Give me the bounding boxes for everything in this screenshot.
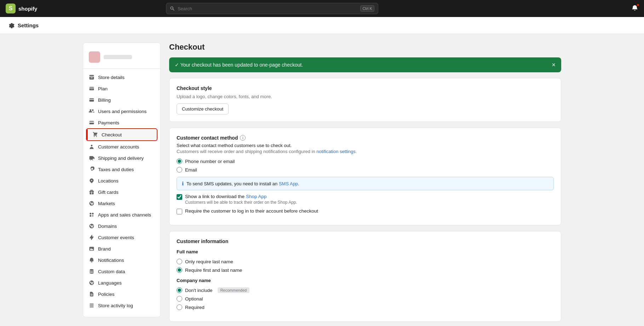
contact-sub-text: Customers will receive order and shippin… [177,149,316,154]
settings-bar: Settings [0,17,644,34]
info-circle-icon: ℹ [182,181,184,186]
sidebar-label-taxes: Taxes and duties [98,167,134,172]
sidebar-item-locations[interactable]: Locations [83,175,160,186]
sidebar-label-customer-accounts: Customer accounts [98,144,139,150]
sms-info-box: ℹ To send SMS updates, you need to insta… [177,177,554,190]
radio-dont-include-label: Don't include [185,288,213,293]
apps-icon [89,212,94,218]
sidebar-item-brand[interactable]: Brand [83,243,160,254]
contact-description: Select what contact method customers use… [177,143,554,148]
sidebar-item-payments[interactable]: Payments [83,117,160,128]
checkout-icon [92,132,98,137]
shopify-wordmark: shopify [18,6,37,12]
billing-icon [89,97,94,103]
customer-accounts-icon [89,144,94,150]
search-bar[interactable]: Ctrl K [166,3,378,14]
radio-first-last[interactable]: Require first and last name [177,267,554,273]
payments-icon [89,120,94,125]
radio-dont-include-input[interactable] [177,287,182,293]
sidebar-item-customer-events[interactable]: Customer events [83,232,160,243]
radio-email[interactable]: Email [177,167,554,173]
radio-last-only-input[interactable] [177,259,182,264]
sidebar-label-store-details: Store details [98,75,125,80]
show-shop-app-checkbox-item: Show a link to download the Shop App Cus… [177,194,554,205]
checkout-style-title: Checkout style [177,85,554,91]
checkout-style-description: Upload a logo, change colors, fonts, and… [177,94,554,99]
radio-required[interactable]: Required [177,304,554,310]
sidebar-item-checkout[interactable]: Checkout [86,128,157,141]
sidebar-item-store-details[interactable]: Store details [83,72,160,83]
sidebar-label-custom-data: Custom data [98,269,125,274]
notifications-icon [89,257,94,263]
sidebar-item-domains[interactable]: Domains [83,220,160,232]
sidebar-item-notifications[interactable]: Notifications [83,254,160,266]
sidebar-item-policies[interactable]: Policies [83,288,160,300]
sidebar-item-taxes[interactable]: Taxes and duties [83,164,160,175]
radio-first-last-label: Require first and last name [185,268,242,273]
require-login-label: Require the customer to log in to their … [185,208,318,214]
radio-dont-include[interactable]: Don't include Recommended [177,287,554,293]
shopify-logo: S shopify [6,4,37,13]
notification-settings-link[interactable]: notification settings [316,149,356,154]
checkout-style-card: Checkout style Upload a logo, change col… [169,78,561,122]
sidebar-label-policies: Policies [98,292,115,297]
search-icon [170,6,175,11]
sidebar-item-apps[interactable]: Apps and sales channels [83,209,160,220]
top-navigation: S shopify Ctrl K [0,0,644,17]
sidebar-item-customer-accounts[interactable]: Customer accounts [83,141,160,152]
contact-method-radio-group: Phone number or email Email [177,158,554,173]
domains-icon [89,223,94,229]
success-banner: ✓ Your checkout has been updated to one-… [169,57,561,72]
show-shop-app-sub: Customers will be able to track their or… [185,200,297,205]
sidebar-item-gift-cards[interactable]: Gift cards [83,186,160,198]
radio-email-input[interactable] [177,167,182,173]
radio-first-last-input[interactable] [177,267,182,273]
radio-phone-email-label: Phone number or email [185,159,235,164]
sidebar-item-languages[interactable]: Languages [83,277,160,288]
sidebar-label-users: Users and permissions [98,109,146,114]
require-login-checkbox[interactable] [177,209,182,214]
customer-contact-card: Customer contact method i Select what co… [169,128,561,225]
sidebar-item-billing[interactable]: Billing [83,94,160,106]
customer-info-card: Customer information Full name Only requ… [169,231,561,322]
radio-required-input[interactable] [177,304,182,310]
sidebar-label-apps: Apps and sales channels [98,212,151,218]
radio-optional[interactable]: Optional [177,296,554,302]
sidebar-label-payments: Payments [98,120,119,125]
sms-app-link[interactable]: SMS App [279,181,298,186]
sidebar-label-shipping: Shipping and delivery [98,156,144,161]
markets-icon [89,201,94,206]
shop-app-link[interactable]: Shop App [246,194,267,199]
avatar-name-placeholder [104,55,132,59]
contact-sub-description: Customers will receive order and shippin… [177,149,554,154]
sidebar-item-plan[interactable]: Plan [83,83,160,94]
plan-icon [89,86,94,91]
sidebar-label-billing: Billing [98,97,111,103]
radio-phone-email[interactable]: Phone number or email [177,158,554,164]
show-shop-app-checkbox[interactable] [177,194,182,200]
topnav-right [631,5,638,13]
recommended-badge: Recommended [218,287,250,293]
sidebar-item-markets[interactable]: Markets [83,198,160,209]
radio-optional-input[interactable] [177,296,182,302]
brand-icon [89,246,94,252]
radio-last-only[interactable]: Only require last name [177,259,554,264]
sidebar-item-shipping[interactable]: Shipping and delivery [83,152,160,164]
gift-cards-icon [89,189,94,195]
sidebar-item-custom-data[interactable]: Custom data [83,266,160,277]
store-icon [89,74,94,80]
taxes-icon [89,167,94,172]
show-shop-app-label-container: Show a link to download the Shop App Cus… [185,194,297,205]
sms-info-text: To send SMS updates, you need to install… [186,181,299,186]
radio-phone-email-input[interactable] [177,158,182,164]
page-title: Checkout [169,43,561,52]
sidebar-item-users[interactable]: Users and permissions [83,106,160,117]
avatar-image [89,51,100,63]
customer-contact-info-icon[interactable]: i [240,135,246,141]
customize-checkout-button[interactable]: Customize checkout [177,103,229,114]
success-banner-close[interactable]: × [552,62,556,68]
search-input[interactable] [178,6,358,11]
sidebar-label-checkout: Checkout [102,132,122,137]
sidebar-item-store-activity[interactable]: Store activity log [83,300,160,311]
notification-button[interactable] [631,5,638,13]
